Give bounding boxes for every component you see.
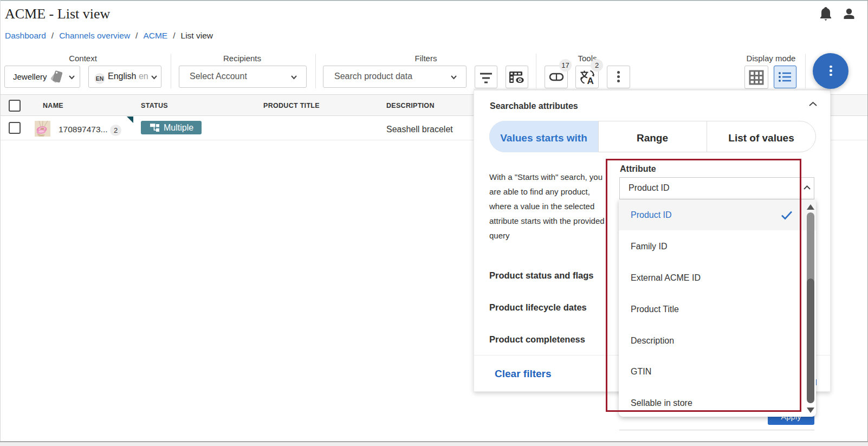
svg-text:A: A: [587, 76, 594, 86]
